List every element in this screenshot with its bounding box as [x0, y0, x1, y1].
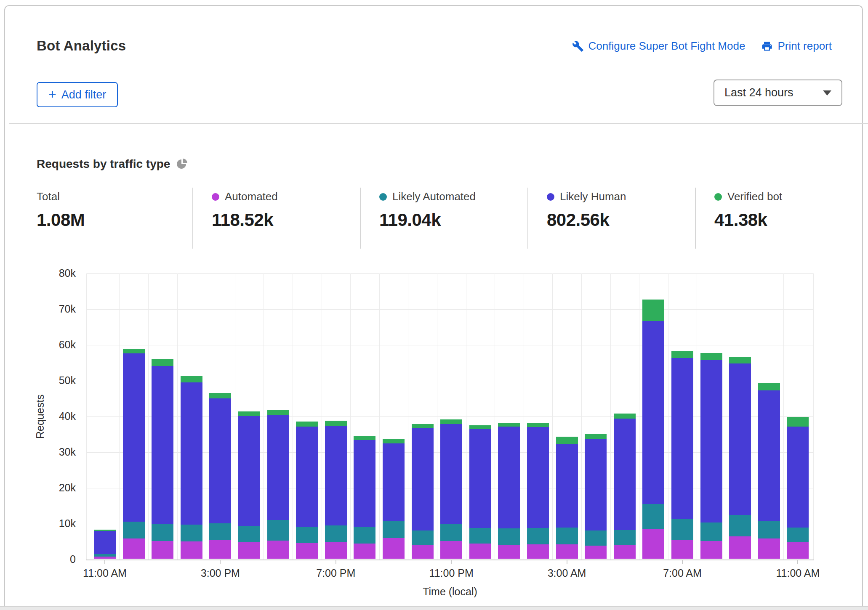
bar-segment-automated [585, 546, 607, 559]
bar-segment-likely-human [642, 321, 664, 504]
bar-segment-automated [94, 557, 116, 559]
stat-label-total: Total [37, 190, 192, 203]
print-report-link[interactable]: Print report [761, 40, 832, 53]
bar-segment-likely-human [94, 531, 116, 554]
page-title: Bot Analytics [37, 38, 126, 54]
stat-value-likely-automated: 119.04k [379, 210, 527, 230]
x-tick-mark [220, 560, 221, 564]
bar-segment-likely-human [209, 398, 231, 523]
bar-segment-likely-human [325, 426, 347, 525]
stat-label-verified-bot: Verified bot [714, 190, 841, 203]
bar-4-3-00-pm[interactable] [209, 393, 231, 559]
bar-segment-likely-automated [267, 520, 289, 541]
stat-label-text: Likely Human [560, 190, 626, 203]
bar-8-7-00-pm[interactable] [325, 421, 347, 559]
printer-icon [761, 40, 773, 52]
x-tick-mark [451, 560, 452, 564]
add-filter-button[interactable]: + Add filter [37, 82, 118, 107]
bar-segment-verified-bot [700, 353, 722, 360]
likely-automated-legend-dot [379, 193, 387, 201]
gridline-v-22 [726, 273, 726, 560]
bar-9-8-00-pm[interactable] [354, 436, 375, 559]
bar-segment-automated [238, 542, 260, 559]
bar-segment-automated [729, 536, 751, 559]
bar-segment-likely-human [700, 360, 722, 522]
bar-3-2-00-pm[interactable] [181, 376, 202, 559]
configure-super-bot-fight-mode-link[interactable]: Configure Super Bot Fight Mode [572, 40, 746, 53]
bar-segment-likely-automated [209, 523, 231, 540]
bar-segment-automated [152, 541, 173, 559]
bar-18-5-00-am[interactable] [614, 414, 636, 559]
y-tick-20k: 20k [17, 482, 76, 494]
bar-20-7-00-am[interactable] [671, 351, 693, 559]
bar-15-2-00-am[interactable] [527, 423, 549, 559]
bar-17-4-00-am[interactable] [585, 434, 607, 559]
bar-2-1-00-pm[interactable] [152, 359, 173, 559]
bar-segment-automated [498, 545, 520, 559]
bar-segment-likely-automated [296, 527, 318, 543]
bar-segment-likely-human [729, 363, 751, 515]
bar-segment-likely-human [787, 427, 809, 528]
wrench-icon [572, 40, 584, 52]
bar-segment-likely-human [585, 439, 607, 530]
bar-segment-verified-bot [729, 357, 751, 363]
bar-segment-verified-bot [585, 434, 607, 439]
bar-segment-verified-bot [123, 349, 145, 353]
stat-automated: Automated118.52k [192, 188, 360, 249]
bar-7-6-00-pm[interactable] [296, 422, 318, 559]
bar-segment-automated [383, 538, 405, 559]
bar-11-10-00-pm[interactable] [412, 424, 434, 559]
bar-segment-likely-automated [152, 524, 173, 541]
bar-23-10-00-am[interactable] [758, 383, 780, 559]
bar-13-12-00-am[interactable] [469, 425, 491, 559]
bar-12-11-00-pm[interactable] [440, 419, 462, 559]
bar-21-8-00-am[interactable] [700, 353, 722, 559]
bar-segment-likely-automated [527, 528, 549, 544]
bar-1-12-00-pm[interactable] [123, 349, 145, 559]
bar-segment-verified-bot [181, 376, 202, 382]
bar-segment-likely-automated [585, 530, 607, 546]
bar-6-5-00-pm[interactable] [267, 410, 289, 559]
stat-label-text: Total [37, 190, 60, 203]
bar-22-9-00-am[interactable] [729, 357, 751, 559]
time-range-dropdown[interactable]: Last 24 hours [714, 80, 842, 106]
bar-segment-likely-human [152, 366, 173, 524]
stats-row: Total1.08MAutomated118.52kLikely Automat… [37, 188, 841, 249]
bar-segment-verified-bot [787, 417, 809, 426]
bar-segment-likely-automated [729, 515, 751, 536]
bar-segment-verified-bot [209, 393, 231, 398]
bar-14-1-00-am[interactable] [498, 423, 520, 559]
bar-segment-likely-human [556, 444, 578, 528]
gridline-v-25 [813, 273, 814, 560]
gridline-v-16 [552, 273, 553, 560]
y-tick-60k: 60k [17, 339, 76, 351]
bar-5-4-00-pm[interactable] [238, 411, 260, 559]
header-links: Configure Super Bot Fight Mode Print rep… [572, 40, 832, 53]
bar-segment-verified-bot [527, 423, 549, 427]
verified-bot-legend-dot [714, 193, 722, 201]
gridline-v-14 [495, 273, 495, 560]
bar-19-6-00-am[interactable] [642, 300, 664, 559]
bar-segment-verified-bot [325, 421, 347, 426]
bar-segment-verified-bot [238, 411, 260, 416]
bar-segment-automated [354, 544, 375, 559]
bar-segment-automated [325, 542, 347, 559]
stat-label-likely-human: Likely Human [547, 190, 695, 203]
time-range-value: Last 24 hours [724, 86, 823, 99]
bar-10-9-00-pm[interactable] [383, 439, 405, 559]
configure-link-label: Configure Super Bot Fight Mode [588, 40, 746, 53]
x-tick-mark [104, 560, 105, 564]
stat-value-total: 1.08M [37, 210, 192, 230]
bar-segment-verified-bot [412, 424, 434, 428]
bar-0-11-00-am[interactable] [94, 530, 116, 559]
bar-segment-verified-bot [354, 436, 375, 440]
plot-area [86, 273, 814, 560]
y-tick-70k: 70k [17, 303, 76, 315]
bar-segment-likely-automated [238, 526, 260, 542]
x-axis-title: Time (local) [86, 586, 814, 598]
bar-16-3-00-am[interactable] [556, 437, 578, 559]
gridline-v-23 [755, 273, 755, 560]
bar-24-11-00-am[interactable] [787, 417, 809, 559]
gridline-v-17 [581, 273, 582, 560]
x-tick-mark [335, 560, 336, 564]
